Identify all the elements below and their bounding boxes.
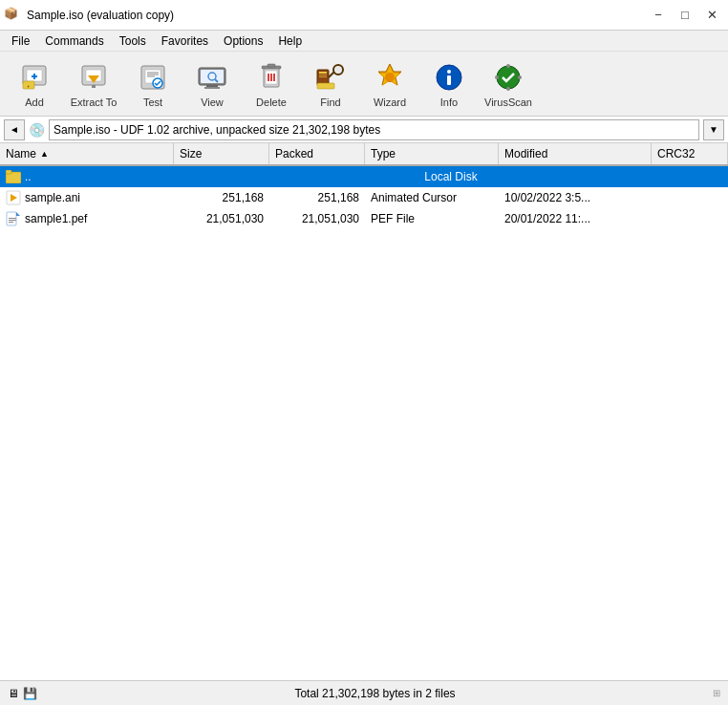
file-icon: [6, 211, 21, 226]
toolbar-info-label: Info: [440, 96, 458, 108]
menu-bar: FileCommandsToolsFavoritesOptionsHelp: [0, 31, 728, 52]
address-file-icon: 💿: [29, 122, 45, 138]
svg-point-45: [506, 87, 510, 91]
hdd-icon: 🖥: [8, 687, 19, 700]
toolbar-add-label: Add: [25, 96, 44, 108]
col-header-packed[interactable]: Packed: [269, 143, 365, 164]
toolbar-virusscan-label: VirusScan: [484, 96, 532, 108]
title-controls: − □ ✕: [646, 5, 724, 26]
view-icon: [195, 60, 229, 95]
svg-text:+: +: [27, 83, 31, 89]
address-bar: ◄ 💿 ▼: [0, 117, 728, 143]
file-name-cell: ..: [0, 167, 174, 186]
virusscan-icon: [491, 60, 525, 95]
delete-icon: [254, 60, 289, 95]
toolbar-view-button[interactable]: View: [183, 56, 241, 112]
column-headers: Name▲SizePackedTypeModifiedCRC32: [0, 143, 728, 166]
file-modified: 10/02/2022 3:5...: [499, 189, 652, 206]
toolbar-delete-button[interactable]: Delete: [243, 56, 300, 112]
svg-rect-55: [9, 220, 16, 221]
file-name: ..: [25, 170, 32, 183]
file-modified: 20/01/2022 11:...: [499, 210, 652, 227]
file-area: Name▲SizePackedTypeModifiedCRC32 ..Local…: [0, 143, 728, 680]
toolbar-wizard-button[interactable]: Wizard: [361, 56, 418, 112]
file-size: 251,168: [174, 189, 269, 206]
wizard-icon: [373, 60, 407, 95]
svg-rect-3: [33, 74, 35, 79]
file-type: Animated Cursor: [365, 189, 499, 206]
col-header-type[interactable]: Type: [365, 143, 499, 164]
file-name: sample1.pef: [25, 212, 87, 225]
title-text: Sample.iso (evaluation copy): [27, 9, 174, 22]
svg-rect-31: [319, 75, 327, 75]
svg-rect-21: [204, 87, 220, 89]
svg-rect-49: [6, 170, 11, 174]
svg-rect-28: [268, 64, 275, 67]
toolbar-delete-label: Delete: [256, 96, 287, 108]
file-icon: [6, 190, 21, 205]
address-nav-button[interactable]: ◄: [4, 119, 25, 140]
file-row[interactable]: sample.ani251,168251,168Animated Cursor1…: [0, 187, 728, 208]
svg-rect-54: [9, 218, 16, 219]
title-left: 📦 Sample.iso (evaluation copy): [4, 7, 174, 24]
svg-point-41: [447, 70, 451, 74]
file-row[interactable]: sample1.pef21,051,03021,051,030PEF File2…: [0, 208, 728, 229]
toolbar-info-button[interactable]: Info: [420, 56, 478, 112]
svg-point-35: [335, 67, 341, 73]
svg-point-46: [495, 75, 499, 79]
address-input[interactable]: [49, 119, 699, 140]
menu-item-help[interactable]: Help: [270, 31, 310, 51]
svg-rect-20: [206, 85, 218, 87]
col-header-size[interactable]: Size: [174, 143, 269, 164]
app-icon: 📦: [4, 7, 21, 24]
menu-item-options[interactable]: Options: [216, 31, 270, 51]
file-name-cell: sample1.pef: [0, 209, 174, 228]
toolbar-extract-label: Extract To: [71, 96, 118, 108]
menu-item-tools[interactable]: Tools: [112, 31, 154, 51]
svg-rect-56: [9, 222, 13, 223]
file-packed: 21,051,030: [269, 210, 365, 227]
file-name-cell: sample.ani: [0, 188, 174, 207]
file-crc32: [652, 196, 728, 200]
svg-rect-36: [317, 83, 334, 89]
file-icon: [6, 169, 21, 184]
svg-rect-17: [201, 70, 224, 83]
svg-marker-39: [378, 66, 401, 86]
floppy-icon: 💾: [23, 687, 37, 700]
close-button[interactable]: ✕: [699, 5, 724, 26]
col-header-crc32[interactable]: CRC32: [652, 143, 728, 164]
status-text: Total 21,302,198 bytes in 2 files: [294, 687, 455, 700]
toolbar-extract-button[interactable]: Extract To: [65, 56, 122, 112]
col-header-name[interactable]: Name▲: [0, 143, 174, 164]
local-disk-label: Local Disk: [174, 168, 728, 185]
toolbar-virusscan-button[interactable]: VirusScan: [480, 56, 537, 112]
file-row[interactable]: ..Local Disk: [0, 166, 728, 187]
address-dropdown-button[interactable]: ▼: [703, 119, 724, 140]
status-icons: 🖥 💾: [8, 687, 37, 700]
svg-rect-42: [447, 75, 451, 85]
file-crc32: [652, 217, 728, 221]
menu-item-commands[interactable]: Commands: [37, 31, 111, 51]
menu-item-file[interactable]: File: [4, 31, 37, 51]
svg-marker-53: [16, 212, 20, 216]
extract-icon: [76, 60, 111, 95]
file-size: 21,051,030: [174, 210, 269, 227]
svg-point-47: [518, 75, 522, 79]
status-corner: ⊞: [713, 688, 720, 698]
test-icon: [136, 60, 170, 95]
maximize-button[interactable]: □: [673, 5, 697, 26]
minimize-button[interactable]: −: [646, 5, 671, 26]
svg-rect-30: [319, 72, 327, 74]
add-icon: +: [17, 60, 52, 95]
toolbar-wizard-label: Wizard: [374, 96, 406, 108]
toolbar-add-button[interactable]: + Add: [6, 56, 63, 112]
toolbar-find-label: Find: [320, 96, 340, 108]
col-header-modified[interactable]: Modified: [499, 143, 652, 164]
toolbar-test-button[interactable]: Test: [124, 56, 182, 112]
toolbar: + Add Extract To Test View Delete: [0, 52, 728, 117]
file-list[interactable]: ..Local Disksample.ani251,168251,168Anim…: [0, 166, 728, 680]
title-bar: 📦 Sample.iso (evaluation copy) − □ ✕: [0, 0, 728, 31]
menu-item-favorites[interactable]: Favorites: [154, 31, 216, 51]
file-type: PEF File: [365, 210, 499, 227]
toolbar-find-button[interactable]: Find: [302, 56, 359, 112]
